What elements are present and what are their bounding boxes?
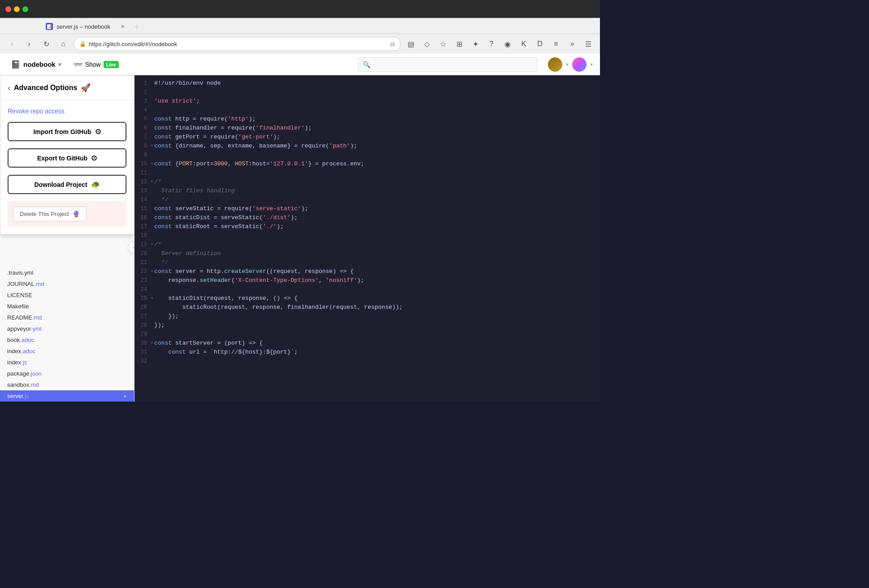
menu-icon[interactable]: ☰ (582, 38, 595, 50)
filename: JOURNAL.md (7, 281, 44, 287)
sidebar-toggle-button[interactable]: ‹ (128, 241, 135, 254)
list-item[interactable]: LICENSE (0, 290, 134, 301)
new-tab-button[interactable]: + (130, 20, 143, 34)
list-item[interactable]: JOURNAL.md (0, 278, 134, 290)
main-content: ‹ Advanced Options 🚀 Revoke repo access … (0, 75, 600, 402)
export-to-github-button[interactable]: Export to GitHub ⊙ (8, 148, 126, 168)
list-item[interactable]: index.js (0, 357, 134, 368)
line-code: Static files handling (154, 186, 596, 195)
code-line-22: 22▾ const server = http.createServer((re… (135, 267, 600, 276)
line-code: response.setHeader('X-Content-Type-Optio… (154, 276, 596, 285)
code-editor[interactable]: 1 #!/usr/bin/env node 2 3 'use strict'; … (135, 75, 600, 402)
line-number: 10▾ (138, 160, 154, 169)
delete-project-button[interactable]: Delete This Project 🔮 (13, 207, 87, 221)
overflow-icon[interactable]: » (566, 38, 578, 50)
minimize-button[interactable] (14, 6, 20, 12)
line-number: 6 (138, 124, 154, 133)
code-line-27: 27 }); (135, 312, 600, 321)
list-item[interactable]: server.js ▸ (0, 390, 134, 402)
line-code (154, 169, 596, 177)
back-button[interactable]: ‹ (8, 83, 10, 93)
reader-mode-icon[interactable]: ▤ (404, 38, 417, 50)
code-line-21: 21 */ (135, 258, 600, 267)
home-button[interactable]: ⌂ (56, 37, 70, 51)
code-line-28: 28 }); (135, 321, 600, 330)
project-chevron-icon: ▾ (58, 61, 61, 68)
line-number: 31 (138, 348, 154, 357)
line-code (154, 330, 596, 339)
list-item[interactable]: package.json (0, 368, 134, 379)
filename: index.adoc (7, 348, 35, 355)
user-avatar[interactable] (548, 57, 562, 72)
code-line-29: 29 (135, 330, 600, 339)
library-icon[interactable]: ⊞ (453, 38, 465, 50)
github-icon[interactable]: ◉ (501, 38, 514, 50)
code-line-16: 16 const staticDist = serveStatic('./dis… (135, 213, 600, 222)
code-line-19: 19▾ /* (135, 240, 600, 249)
browser-tab[interactable]: 📝 server.js – nodebook × (40, 19, 130, 34)
download-project-button[interactable]: Download Project 🐢 (8, 175, 126, 194)
list-item[interactable]: sandbox.md (0, 379, 134, 390)
project-name-button[interactable]: 📓 nodebook ▾ (7, 58, 65, 71)
line-number: 28 (138, 321, 154, 330)
collaborator-avatar-image (572, 57, 587, 72)
forward-button[interactable]: › (22, 37, 36, 51)
list-item[interactable]: appveyor.yml (0, 323, 134, 334)
avatar-image (548, 57, 562, 72)
filename: book.adoc (7, 337, 34, 343)
search-bar[interactable]: 🔍 (358, 57, 537, 72)
revoke-repo-access-link[interactable]: Revoke repo access (8, 108, 126, 115)
list-item[interactable]: README.md (0, 312, 134, 323)
list-item[interactable]: Makefile (0, 301, 134, 312)
line-code (154, 285, 596, 294)
line-code (154, 151, 596, 160)
reload-button[interactable]: ↻ (39, 37, 53, 51)
more-icon-2[interactable]: D (534, 38, 546, 50)
filename: server.js (7, 393, 29, 399)
line-number: 4 (138, 106, 154, 115)
collaborator-avatar[interactable] (572, 57, 587, 72)
code-line-2: 2 (135, 88, 600, 97)
sidebar: ‹ Advanced Options 🚀 Revoke repo access … (0, 75, 135, 402)
panel-body: Revoke repo access Import from GitHub ⊙ … (0, 100, 134, 234)
code-line-18: 18 (135, 231, 600, 240)
keybinding-icon[interactable]: K (517, 38, 530, 50)
code-line-30: 30▾ const startServer = (port) => { (135, 339, 600, 348)
fullscreen-button[interactable] (22, 6, 28, 12)
tab-close-button[interactable]: × (121, 23, 125, 30)
code-line-3: 3 'use strict'; (135, 97, 600, 106)
list-item[interactable]: index.adoc (0, 346, 134, 357)
list-item[interactable]: .travis.yml (0, 267, 134, 278)
close-button[interactable] (5, 6, 11, 12)
line-code: const {PORT:port=3000, HOST:host='127.0.… (154, 160, 596, 169)
code-line-13: 13 Static files handling (135, 186, 600, 195)
pocket-icon[interactable]: ◇ (421, 38, 433, 50)
line-code: staticRoot(request, response, finalhandl… (154, 303, 596, 312)
file-chevron-icon: ▸ (124, 393, 127, 399)
code-line-17: 17 const staticRoot = serveStatic('./'); (135, 222, 600, 231)
list-item[interactable]: book.adoc (0, 334, 134, 346)
app-layout: 📓 nodebook ▾ 👓 Show Live 🔍 ▾ ▾ (0, 54, 600, 402)
line-code: Server definition (154, 249, 596, 258)
live-badge: Live (104, 61, 119, 68)
address-bar[interactable]: 🔒 https://glitch.com/edit/#!/nodebook ⊟ (74, 37, 401, 51)
line-code: staticDist(request, response, () => { (154, 294, 596, 303)
search-icon: 🔍 (363, 61, 370, 68)
line-number: 12▾ (138, 177, 154, 186)
code-line-7: 7 const getPort = require('get-port'); (135, 133, 600, 142)
back-button[interactable]: ‹ (5, 37, 19, 51)
layers-icon[interactable]: ≡ (550, 38, 562, 50)
star-icon[interactable]: ☆ (437, 38, 449, 50)
line-code: const http = require('http'); (154, 115, 596, 124)
import-from-github-button[interactable]: Import from GitHub ⊙ (8, 122, 126, 141)
code-line-31: 31 const url = `http://${host}:${port}`; (135, 348, 600, 357)
extensions-icon[interactable]: ✦ (469, 38, 482, 50)
app-header: 📓 nodebook ▾ 👓 Show Live 🔍 ▾ ▾ (0, 54, 600, 75)
show-live-button[interactable]: 👓 Show Live (70, 58, 122, 70)
line-number: 25▾ (138, 294, 154, 303)
help-icon[interactable]: ? (485, 38, 498, 50)
project-name: nodebook (23, 61, 56, 68)
code-line-12: 12▾ /* (135, 177, 600, 186)
line-code: */ (154, 258, 596, 267)
line-code: }); (154, 321, 596, 330)
